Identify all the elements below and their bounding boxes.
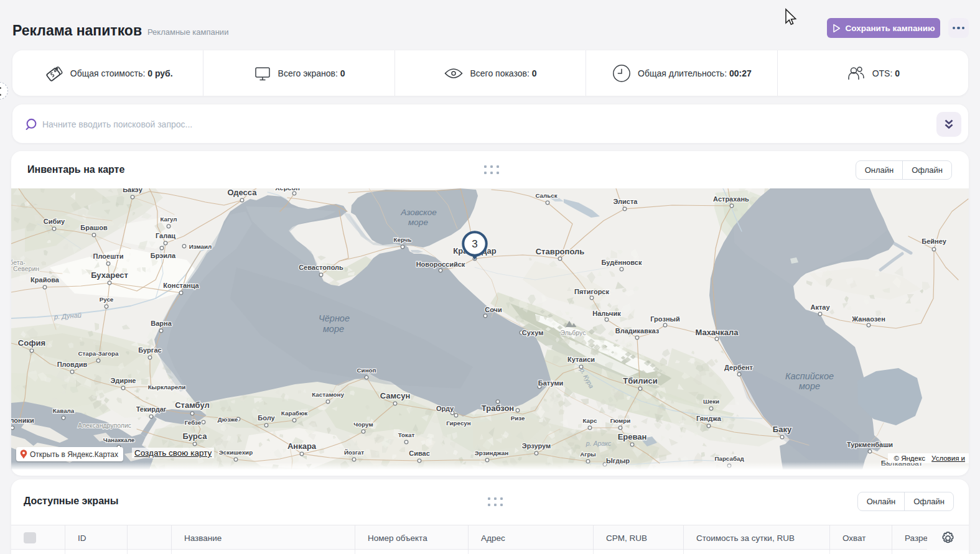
svg-text:Сочи: Сочи — [485, 306, 502, 313]
svg-text:Чёрное: Чёрное — [319, 313, 350, 323]
svg-text:Салоники: Салоники — [11, 417, 34, 424]
svg-text:Йозгат: Йозгат — [344, 449, 364, 456]
svg-text:Северин: Северин — [13, 265, 39, 272]
svg-text:Орду: Орду — [436, 405, 454, 412]
svg-text:Дербент: Дербент — [724, 364, 753, 371]
svg-text:Бухарест: Бухарест — [91, 270, 128, 280]
svg-text:Грозный: Грозный — [650, 315, 679, 323]
svg-text:Кагул: Кагул — [160, 216, 177, 223]
svg-text:море: море — [799, 381, 820, 391]
svg-text:Чанаккале: Чанаккале — [103, 436, 135, 443]
svg-text:р. Аракс: р. Аракс — [586, 440, 612, 447]
svg-text:Баку: Баку — [773, 425, 792, 434]
svg-text:София: София — [18, 338, 45, 348]
svg-text:Сивас: Сивас — [409, 450, 430, 457]
svg-text:Будённовск: Будённовск — [602, 259, 642, 266]
svg-text:Ереван: Ереван — [618, 432, 647, 441]
svg-text:Гянджа: Гянджа — [696, 415, 722, 422]
svg-text:Констанца: Констанца — [163, 282, 199, 289]
svg-text:Шеки: Шеки — [703, 398, 719, 405]
svg-text:Нальчик: Нальчик — [592, 310, 621, 317]
svg-text:Александруполис: Александруполис — [78, 422, 131, 429]
svg-text:Стамбул: Стамбул — [175, 400, 210, 410]
svg-text:Трабзон: Трабзон — [482, 404, 514, 413]
svg-text:Бургас: Бургас — [138, 346, 161, 354]
svg-text:Актау: Актау — [810, 303, 830, 311]
svg-text:Брэила: Брэила — [151, 252, 176, 259]
svg-text:Батуми: Батуми — [538, 379, 564, 387]
svg-text:Варна: Варна — [151, 320, 172, 327]
svg-text:Дюзже: Дюзже — [218, 416, 238, 423]
svg-text:Бейнеу: Бейнеу — [922, 238, 946, 245]
svg-text:Анкара: Анкара — [287, 441, 317, 451]
svg-text:Плоешти: Плоешти — [93, 252, 124, 260]
svg-text:Тбилиси: Тбилиси — [623, 376, 657, 385]
svg-text:Кыркларели: Кыркларели — [148, 384, 186, 390]
svg-text:Элиста: Элиста — [614, 198, 638, 205]
svg-text:море: море — [323, 324, 344, 334]
svg-text:Сухум: Сухум — [522, 329, 544, 336]
svg-text:Туркменбаши: Туркменбаши — [847, 441, 893, 448]
svg-text:Эльбрус: Эльбрус — [561, 329, 586, 336]
svg-text:Синоп: Синоп — [357, 367, 376, 374]
svg-text:Кавала: Кавала — [53, 407, 75, 414]
svg-text:Галац: Галац — [156, 232, 175, 239]
svg-text:Парсабад: Парсабад — [714, 455, 744, 462]
svg-text:Севастополь: Севастополь — [299, 264, 343, 271]
svg-text:Азовское: Азовское — [400, 208, 437, 217]
svg-text:Эрзинджан: Эрзинджан — [475, 450, 508, 456]
svg-text:Новороссийск: Новороссийск — [416, 261, 465, 268]
svg-text:Брашов: Брашов — [80, 224, 108, 231]
svg-text:Жанаозен: Жанаозен — [851, 315, 885, 323]
svg-text:Эскишехир: Эскишехир — [219, 449, 253, 456]
svg-text:Керчь: Керчь — [394, 236, 412, 243]
svg-text:Астрахань: Астрахань — [713, 195, 749, 203]
svg-text:Эдирне: Эдирне — [111, 377, 136, 384]
svg-text:Болу: Болу — [258, 414, 275, 422]
svg-text:Карс: Карс — [583, 417, 598, 424]
svg-text:Пловдив: Пловдив — [57, 361, 88, 368]
svg-text:Эрзурум: Эрзурум — [522, 442, 551, 450]
svg-text:Одесса: Одесса — [228, 188, 258, 197]
svg-text:Чорум: Чорум — [353, 421, 373, 428]
svg-text:Кутаиси: Кутаиси — [567, 356, 595, 363]
svg-text:Каспийское: Каспийское — [785, 371, 834, 381]
svg-text:Бакэу: Бакэу — [123, 188, 142, 193]
svg-text:Измаил: Измаил — [189, 243, 212, 250]
svg-text:Кастамону: Кастамону — [312, 391, 344, 398]
svg-text:Крайова: Крайова — [30, 276, 60, 284]
svg-text:Херсон: Херсон — [275, 188, 300, 192]
svg-text:Ставрополь: Ставрополь — [536, 247, 585, 256]
svg-text:Пятигорск: Пятигорск — [574, 288, 609, 295]
svg-text:Текирдаг: Текирдаг — [136, 405, 167, 413]
svg-text:Бурса: Бурса — [183, 432, 208, 441]
svg-text:Русе: Русе — [100, 296, 114, 303]
svg-text:Владикавказ: Владикавказ — [615, 327, 660, 335]
svg-text:Махачкала: Махачкала — [695, 328, 739, 337]
svg-text:Токат: Токат — [398, 432, 415, 438]
svg-text:Сибиу: Сибиу — [44, 218, 65, 225]
svg-text:Гюмри: Гюмри — [610, 417, 631, 424]
svg-text:Гебзе: Гебзе — [185, 419, 202, 426]
svg-text:Ризе: Ризе — [511, 415, 525, 422]
svg-text:Карабюк: Карабюк — [281, 410, 307, 417]
svg-text:Стара-Загора: Стара-Загора — [78, 350, 119, 357]
svg-text:море: море — [408, 218, 428, 227]
svg-text:3: 3 — [472, 238, 477, 250]
svg-text:Самсун: Самсун — [380, 391, 411, 400]
svg-text:Агры: Агры — [580, 451, 596, 458]
svg-text:Сальск: Сальск — [535, 192, 557, 199]
svg-text:Гиресун: Гиресун — [446, 420, 471, 427]
